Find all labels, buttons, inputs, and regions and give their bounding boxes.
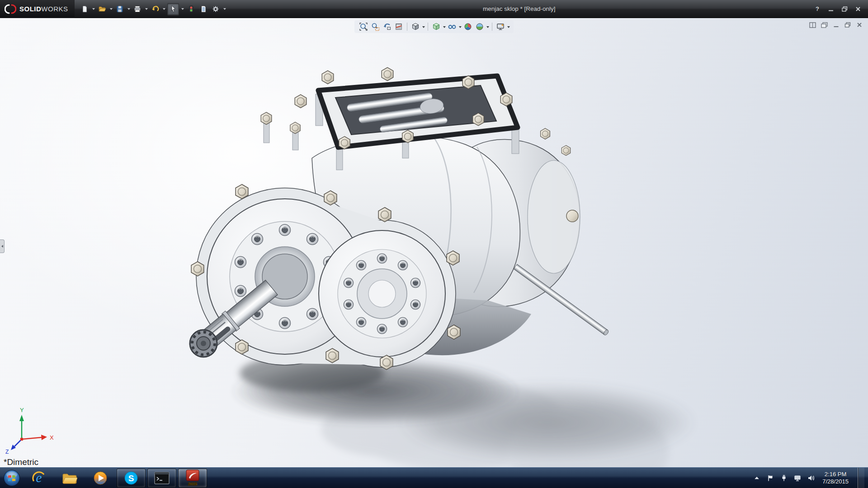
hide-show-dropdown[interactable] (459, 26, 462, 29)
help-button[interactable]: ? (812, 5, 823, 14)
taskbar-internet-explorer[interactable]: e (24, 469, 53, 488)
title-bar: SOLIDWORKS (0, 0, 868, 18)
folder-icon (61, 471, 78, 485)
svg-text:S: S (128, 474, 134, 483)
select-dropdown-arrow[interactable] (181, 8, 184, 11)
apply-scene-icon (475, 22, 484, 31)
taskbar-command-prompt[interactable] (147, 469, 176, 488)
speaker-icon (807, 474, 815, 482)
toolbar-separator (428, 23, 428, 31)
action-center-button[interactable] (766, 474, 774, 482)
brand-light: WORKS (41, 5, 68, 13)
undo-dropdown-arrow[interactable] (163, 8, 165, 11)
view-settings-icon (496, 22, 505, 31)
zoom-to-area-button[interactable] (370, 21, 381, 32)
display-style-button[interactable] (431, 21, 442, 32)
select-button[interactable] (167, 3, 179, 15)
view-orientation-dropdown[interactable] (422, 26, 425, 29)
start-button[interactable] (0, 468, 24, 488)
undo-icon (151, 5, 159, 13)
top-cover-gasket (318, 76, 518, 147)
print-icon (133, 5, 142, 13)
options-button[interactable] (210, 3, 221, 15)
minimize-icon (828, 6, 834, 12)
apply-scene-dropdown[interactable] (486, 26, 489, 29)
section-view-button[interactable] (393, 21, 404, 32)
feature-manager-collapse-tab[interactable] (0, 239, 5, 253)
select-cursor-icon (169, 5, 177, 13)
clock-date: 7/28/2015 (822, 478, 849, 485)
solidworks-logo-icon (5, 3, 16, 15)
print-dropdown-arrow[interactable] (145, 8, 148, 11)
previous-view-button[interactable] (382, 21, 392, 32)
volume-tray-icon[interactable] (807, 474, 815, 482)
chevron-up-icon (754, 475, 760, 481)
view-orientation-button[interactable] (410, 21, 421, 32)
taskbar-skype[interactable]: S (117, 469, 146, 488)
close-document-button[interactable] (855, 21, 863, 28)
window-controls: ? (812, 5, 868, 14)
document-window-controls (808, 21, 863, 28)
restore-icon (842, 6, 848, 12)
solidworks-app-icon: 2015 (185, 469, 200, 487)
close-document-icon (857, 22, 862, 28)
new-document-icon (80, 5, 89, 13)
options-dropdown-arrow[interactable] (223, 8, 226, 11)
gearbox-model-render (0, 18, 868, 467)
view-settings-button[interactable] (495, 21, 506, 32)
taskbar-clock[interactable]: 2:16 PM 7/28/2015 (821, 471, 852, 485)
show-desktop-button[interactable] (858, 468, 864, 488)
brand-text: SOLIDWORKS (19, 5, 68, 13)
solidworks-window: SOLIDWORKS (0, 0, 868, 488)
options-gear-icon (212, 5, 220, 13)
save-dropdown-arrow[interactable] (127, 8, 130, 11)
clock-time: 2:16 PM (822, 471, 849, 478)
file-properties-button[interactable] (198, 3, 209, 15)
apply-scene-button[interactable] (474, 21, 485, 32)
reference-triad: Y X Z (3, 404, 61, 455)
view-settings-dropdown[interactable] (507, 26, 510, 29)
triad-x-label: X (50, 434, 54, 441)
show-hidden-icons-button[interactable] (753, 474, 761, 482)
minimize-document-button[interactable] (832, 21, 840, 28)
zoom-to-fit-icon (359, 22, 368, 31)
save-button[interactable] (114, 3, 125, 15)
flag-icon (767, 474, 774, 482)
restore-document-icon (844, 22, 851, 28)
restore-button[interactable] (839, 5, 850, 14)
triad-y-label: Y (20, 407, 24, 413)
solidworks-year-badge: 2015 (188, 482, 197, 486)
display-style-icon (432, 22, 441, 31)
new-dropdown-arrow[interactable] (92, 8, 95, 11)
taskbar-windows-explorer[interactable] (55, 469, 84, 488)
edit-appearance-button[interactable] (462, 21, 473, 32)
open-button[interactable] (97, 3, 108, 15)
new-window-button[interactable] (808, 21, 816, 28)
edit-appearance-ball-icon (463, 22, 472, 31)
open-icon (98, 5, 106, 13)
taskbar-solidworks[interactable]: 2015 (178, 469, 207, 488)
open-dropdown-arrow[interactable] (110, 8, 113, 11)
taskbar-windows-media-player[interactable] (86, 469, 115, 488)
solidworks-brand: SOLIDWORKS (0, 0, 75, 18)
network-tray-icon[interactable] (793, 474, 802, 482)
close-button[interactable] (853, 5, 863, 14)
view-orientation-cube-icon (411, 22, 420, 31)
new-document-button[interactable] (79, 3, 90, 15)
graphics-area[interactable]: Y X Z *Dimetric (0, 18, 868, 467)
restore-document-button[interactable] (844, 21, 852, 28)
rebuild-button[interactable] (186, 3, 197, 15)
skype-icon: S (123, 470, 139, 486)
print-button[interactable] (132, 3, 143, 15)
cascade-windows-button[interactable] (820, 21, 828, 28)
previous-view-icon (382, 22, 392, 31)
hide-show-items-button[interactable] (447, 21, 458, 32)
toolbar-separator (407, 23, 407, 31)
zoom-to-fit-button[interactable] (358, 21, 369, 32)
minimize-button[interactable] (826, 5, 836, 14)
triad-z-label: Z (5, 449, 9, 455)
internet-explorer-icon: e (31, 470, 47, 486)
power-tray-icon[interactable] (780, 474, 788, 482)
undo-button[interactable] (150, 3, 160, 15)
display-style-dropdown[interactable] (443, 26, 446, 29)
